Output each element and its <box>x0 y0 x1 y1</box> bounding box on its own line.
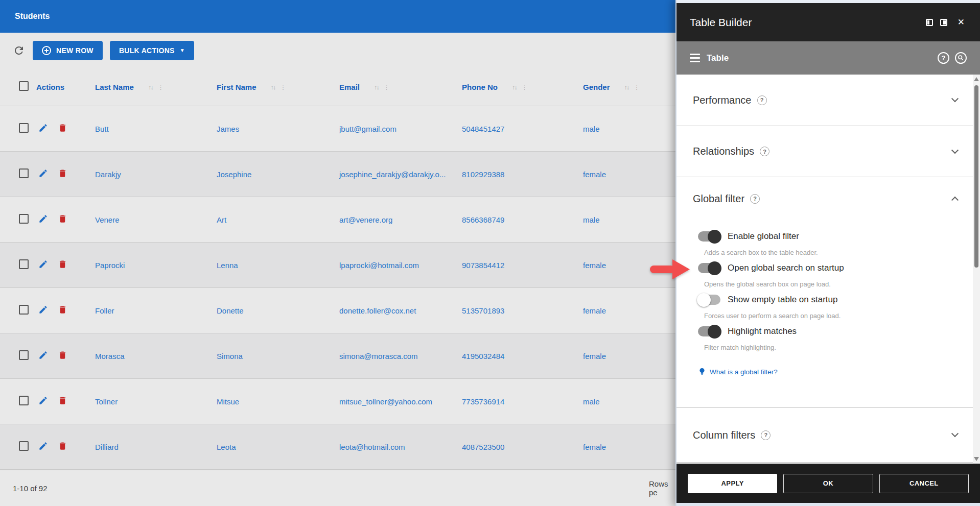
toggle-row[interactable]: Enable global filter <box>676 228 980 245</box>
sort-icon[interactable]: ↑↓ <box>374 83 379 91</box>
toggle-switch[interactable] <box>698 231 720 242</box>
toggle-switch[interactable] <box>698 326 720 336</box>
search-circle-icon[interactable] <box>955 52 967 64</box>
row-checkbox[interactable] <box>19 259 29 269</box>
column-header-gender[interactable]: Gender ↑↓⋮ <box>583 83 675 91</box>
help-circle-icon[interactable]: ? <box>757 95 767 105</box>
row-checkbox[interactable] <box>19 214 29 224</box>
section-title: Performance <box>693 94 752 106</box>
section-title: Relationships <box>693 146 754 157</box>
panel-scrollbar[interactable] <box>973 75 980 464</box>
section-global-filter-header[interactable]: Global filter ? <box>676 177 980 220</box>
edit-row-icon[interactable] <box>38 259 48 269</box>
help-circle-icon[interactable]: ? <box>750 194 760 204</box>
delete-row-icon[interactable] <box>58 396 67 405</box>
delete-row-icon[interactable] <box>58 350 67 360</box>
help-circle-icon[interactable]: ? <box>760 147 769 156</box>
cell-gender: female <box>583 443 675 451</box>
delete-row-icon[interactable] <box>58 441 67 451</box>
column-header-first-name[interactable]: First Name ↑↓⋮ <box>217 83 339 91</box>
toggle-description: Forces user to perform a search on page … <box>676 308 980 323</box>
sort-icon[interactable]: ↑↓ <box>624 83 629 91</box>
apply-button[interactable]: APPLY <box>688 474 777 493</box>
section-column-filters[interactable]: Column filters ? <box>676 408 980 463</box>
edit-row-icon[interactable] <box>38 305 48 315</box>
panel-header: Table Builder ✕ <box>676 3 980 41</box>
help-link-label: What is a global filter? <box>710 368 778 376</box>
select-all-checkbox[interactable] <box>19 81 29 91</box>
delete-row-icon[interactable] <box>58 214 67 224</box>
row-checkbox[interactable] <box>19 441 29 451</box>
annotation-arrow-icon <box>650 259 690 279</box>
pagination-range: 1-10 of 92 <box>13 484 48 493</box>
column-menu-icon[interactable]: ⋮ <box>157 83 164 91</box>
global-filter-help-link[interactable]: What is a global filter? <box>676 365 980 379</box>
scroll-up-arrow[interactable] <box>974 77 979 81</box>
cell-last-name: Paprocki <box>95 261 217 270</box>
toggle-row[interactable]: Highlight matches <box>676 323 980 340</box>
column-header-phone[interactable]: Phone No ↑↓⋮ <box>462 83 583 91</box>
new-row-button[interactable]: NEW ROW <box>33 41 103 60</box>
cell-phone: 4087523500 <box>462 443 583 451</box>
edit-row-icon[interactable] <box>38 123 48 133</box>
column-menu-icon[interactable]: ⋮ <box>634 83 640 91</box>
row-checkbox[interactable] <box>19 123 29 133</box>
ok-button[interactable]: OK <box>783 474 873 493</box>
delete-row-icon[interactable] <box>58 123 67 133</box>
help-circle-icon[interactable]: ? <box>938 52 949 64</box>
refresh-icon[interactable] <box>12 44 26 57</box>
cancel-button[interactable]: CANCEL <box>879 474 969 493</box>
chevron-down-icon <box>951 430 959 437</box>
table-row: Paprocki Lenna lpaprocki@hotmail.com 907… <box>0 243 675 288</box>
row-checkbox[interactable] <box>19 396 29 405</box>
edit-row-icon[interactable] <box>38 168 48 178</box>
column-menu-icon[interactable]: ⋮ <box>521 83 528 91</box>
panel-bottom-strip <box>676 503 980 506</box>
sort-icon[interactable]: ↑↓ <box>148 83 153 91</box>
help-circle-icon[interactable]: ? <box>761 430 771 440</box>
table-row: Morasca Simona simona@morasca.com 419503… <box>0 333 675 379</box>
column-header-last-name[interactable]: Last Name ↑↓⋮ <box>95 83 217 91</box>
column-menu-icon[interactable]: ⋮ <box>383 83 390 91</box>
cell-phone: 8566368749 <box>462 215 583 224</box>
dock-right-icon[interactable] <box>940 19 947 26</box>
toggle-switch[interactable] <box>698 263 720 273</box>
delete-row-icon[interactable] <box>58 168 67 178</box>
tab-table[interactable]: Table <box>707 53 729 63</box>
toggle-label: Open global search on startup <box>728 263 844 273</box>
edit-row-icon[interactable] <box>38 214 48 224</box>
menu-icon[interactable] <box>690 54 700 62</box>
cell-gender: female <box>583 306 675 315</box>
delete-row-icon[interactable] <box>58 259 67 269</box>
delete-row-icon[interactable] <box>58 305 67 315</box>
bulk-actions-button[interactable]: BULK ACTIONS ▼ <box>110 41 194 60</box>
toggle-block: Open global search on startup Opens the … <box>676 259 980 291</box>
toggle-label: Show empty table on startup <box>728 295 837 305</box>
column-menu-icon[interactable]: ⋮ <box>280 83 287 91</box>
section-performance[interactable]: Performance ? <box>676 75 980 126</box>
row-checkbox[interactable] <box>19 350 29 360</box>
edit-row-icon[interactable] <box>38 350 48 360</box>
cell-first-name: Josephine <box>217 170 339 179</box>
toggle-row[interactable]: Open global search on startup <box>676 259 980 277</box>
close-icon[interactable]: ✕ <box>958 17 965 28</box>
table-toolbar: NEW ROW BULK ACTIONS ▼ <box>0 33 675 68</box>
toggle-switch[interactable] <box>698 295 720 305</box>
cell-gender: male <box>583 397 675 406</box>
toggle-list: Enable global filter Adds a search box t… <box>676 220 980 354</box>
column-header-email[interactable]: Email ↑↓⋮ <box>339 83 462 91</box>
edit-row-icon[interactable] <box>38 396 48 405</box>
scroll-down-arrow[interactable] <box>974 457 979 461</box>
toggle-row[interactable]: Show empty table on startup <box>676 291 980 308</box>
sort-icon[interactable]: ↑↓ <box>271 83 275 91</box>
cell-last-name: Morasca <box>95 352 217 360</box>
section-title: Global filter <box>693 193 744 205</box>
scrollbar-thumb[interactable] <box>974 85 978 268</box>
column-header-actions: Actions <box>36 83 95 91</box>
sort-icon[interactable]: ↑↓ <box>512 83 517 91</box>
row-checkbox[interactable] <box>19 305 29 315</box>
edit-row-icon[interactable] <box>38 441 48 451</box>
dock-left-icon[interactable] <box>926 19 933 26</box>
row-checkbox[interactable] <box>19 168 29 178</box>
section-relationships[interactable]: Relationships ? <box>676 126 980 177</box>
